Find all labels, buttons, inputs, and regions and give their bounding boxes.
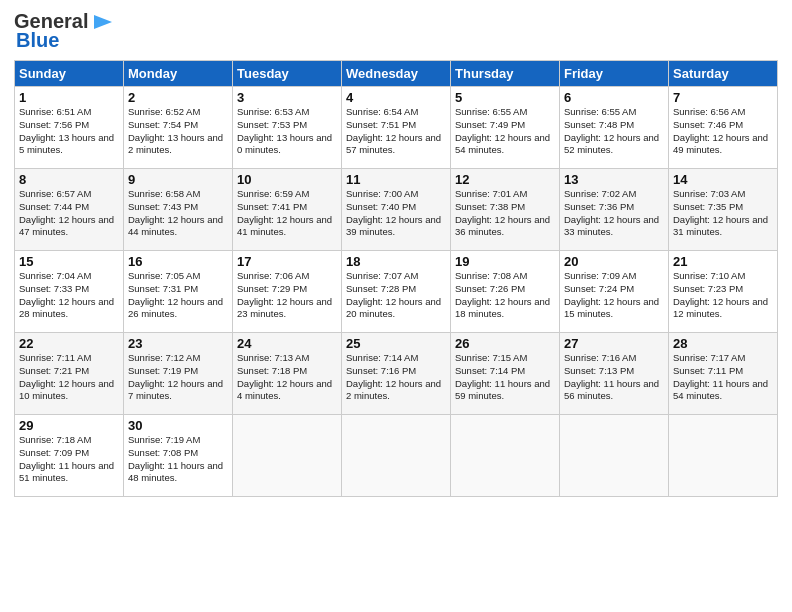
- day-detail: Sunrise: 6:53 AMSunset: 7:53 PMDaylight:…: [237, 106, 337, 157]
- day-detail: Sunrise: 7:10 AMSunset: 7:23 PMDaylight:…: [673, 270, 773, 321]
- calendar-cell: 8Sunrise: 6:57 AMSunset: 7:44 PMDaylight…: [15, 169, 124, 251]
- calendar-cell: 29Sunrise: 7:18 AMSunset: 7:09 PMDayligh…: [15, 415, 124, 497]
- calendar-cell: 23Sunrise: 7:12 AMSunset: 7:19 PMDayligh…: [124, 333, 233, 415]
- calendar-cell: 11Sunrise: 7:00 AMSunset: 7:40 PMDayligh…: [342, 169, 451, 251]
- day-number: 15: [19, 254, 119, 269]
- day-detail: Sunrise: 6:52 AMSunset: 7:54 PMDaylight:…: [128, 106, 228, 157]
- calendar-cell: 10Sunrise: 6:59 AMSunset: 7:41 PMDayligh…: [233, 169, 342, 251]
- calendar-cell: [342, 415, 451, 497]
- day-number: 17: [237, 254, 337, 269]
- calendar-cell: 22Sunrise: 7:11 AMSunset: 7:21 PMDayligh…: [15, 333, 124, 415]
- day-number: 4: [346, 90, 446, 105]
- page-container: General Blue SundayMondayTuesdayWednesda…: [0, 0, 792, 505]
- calendar-cell: 18Sunrise: 7:07 AMSunset: 7:28 PMDayligh…: [342, 251, 451, 333]
- calendar-cell: 20Sunrise: 7:09 AMSunset: 7:24 PMDayligh…: [560, 251, 669, 333]
- calendar-cell: [233, 415, 342, 497]
- day-detail: Sunrise: 6:55 AMSunset: 7:48 PMDaylight:…: [564, 106, 664, 157]
- day-detail: Sunrise: 7:19 AMSunset: 7:08 PMDaylight:…: [128, 434, 228, 485]
- header: General Blue: [14, 10, 778, 52]
- calendar-cell: 30Sunrise: 7:19 AMSunset: 7:08 PMDayligh…: [124, 415, 233, 497]
- calendar-cell: [669, 415, 778, 497]
- day-detail: Sunrise: 7:07 AMSunset: 7:28 PMDaylight:…: [346, 270, 446, 321]
- calendar-cell: 27Sunrise: 7:16 AMSunset: 7:13 PMDayligh…: [560, 333, 669, 415]
- day-number: 12: [455, 172, 555, 187]
- calendar-cell: 17Sunrise: 7:06 AMSunset: 7:29 PMDayligh…: [233, 251, 342, 333]
- day-detail: Sunrise: 7:01 AMSunset: 7:38 PMDaylight:…: [455, 188, 555, 239]
- calendar-cell: 16Sunrise: 7:05 AMSunset: 7:31 PMDayligh…: [124, 251, 233, 333]
- day-detail: Sunrise: 6:55 AMSunset: 7:49 PMDaylight:…: [455, 106, 555, 157]
- day-detail: Sunrise: 7:08 AMSunset: 7:26 PMDaylight:…: [455, 270, 555, 321]
- weekday-header-row: SundayMondayTuesdayWednesdayThursdayFrid…: [15, 61, 778, 87]
- calendar-cell: 2Sunrise: 6:52 AMSunset: 7:54 PMDaylight…: [124, 87, 233, 169]
- day-number: 3: [237, 90, 337, 105]
- weekday-header-thursday: Thursday: [451, 61, 560, 87]
- logo-blue: Blue: [16, 29, 59, 52]
- calendar-cell: 26Sunrise: 7:15 AMSunset: 7:14 PMDayligh…: [451, 333, 560, 415]
- day-detail: Sunrise: 7:14 AMSunset: 7:16 PMDaylight:…: [346, 352, 446, 403]
- day-number: 30: [128, 418, 228, 433]
- calendar-cell: 9Sunrise: 6:58 AMSunset: 7:43 PMDaylight…: [124, 169, 233, 251]
- calendar-cell: 7Sunrise: 6:56 AMSunset: 7:46 PMDaylight…: [669, 87, 778, 169]
- day-number: 10: [237, 172, 337, 187]
- day-number: 18: [346, 254, 446, 269]
- day-detail: Sunrise: 7:16 AMSunset: 7:13 PMDaylight:…: [564, 352, 664, 403]
- calendar-cell: 12Sunrise: 7:01 AMSunset: 7:38 PMDayligh…: [451, 169, 560, 251]
- calendar-cell: 6Sunrise: 6:55 AMSunset: 7:48 PMDaylight…: [560, 87, 669, 169]
- day-number: 23: [128, 336, 228, 351]
- day-detail: Sunrise: 6:56 AMSunset: 7:46 PMDaylight:…: [673, 106, 773, 157]
- calendar-cell: 5Sunrise: 6:55 AMSunset: 7:49 PMDaylight…: [451, 87, 560, 169]
- day-number: 29: [19, 418, 119, 433]
- calendar-cell: 21Sunrise: 7:10 AMSunset: 7:23 PMDayligh…: [669, 251, 778, 333]
- day-detail: Sunrise: 6:58 AMSunset: 7:43 PMDaylight:…: [128, 188, 228, 239]
- weekday-header-wednesday: Wednesday: [342, 61, 451, 87]
- logo-arrow-icon: [92, 13, 114, 31]
- day-detail: Sunrise: 6:57 AMSunset: 7:44 PMDaylight:…: [19, 188, 119, 239]
- calendar-week-5: 29Sunrise: 7:18 AMSunset: 7:09 PMDayligh…: [15, 415, 778, 497]
- calendar-cell: 13Sunrise: 7:02 AMSunset: 7:36 PMDayligh…: [560, 169, 669, 251]
- day-detail: Sunrise: 7:18 AMSunset: 7:09 PMDaylight:…: [19, 434, 119, 485]
- calendar-week-2: 8Sunrise: 6:57 AMSunset: 7:44 PMDaylight…: [15, 169, 778, 251]
- day-number: 1: [19, 90, 119, 105]
- day-number: 24: [237, 336, 337, 351]
- day-detail: Sunrise: 7:03 AMSunset: 7:35 PMDaylight:…: [673, 188, 773, 239]
- calendar-cell: 3Sunrise: 6:53 AMSunset: 7:53 PMDaylight…: [233, 87, 342, 169]
- calendar-body: 1Sunrise: 6:51 AMSunset: 7:56 PMDaylight…: [15, 87, 778, 497]
- day-number: 25: [346, 336, 446, 351]
- day-detail: Sunrise: 7:15 AMSunset: 7:14 PMDaylight:…: [455, 352, 555, 403]
- day-detail: Sunrise: 7:17 AMSunset: 7:11 PMDaylight:…: [673, 352, 773, 403]
- calendar-cell: 24Sunrise: 7:13 AMSunset: 7:18 PMDayligh…: [233, 333, 342, 415]
- day-detail: Sunrise: 7:02 AMSunset: 7:36 PMDaylight:…: [564, 188, 664, 239]
- day-number: 9: [128, 172, 228, 187]
- calendar-table: SundayMondayTuesdayWednesdayThursdayFrid…: [14, 60, 778, 497]
- weekday-header-sunday: Sunday: [15, 61, 124, 87]
- calendar-week-4: 22Sunrise: 7:11 AMSunset: 7:21 PMDayligh…: [15, 333, 778, 415]
- day-detail: Sunrise: 7:09 AMSunset: 7:24 PMDaylight:…: [564, 270, 664, 321]
- day-detail: Sunrise: 7:13 AMSunset: 7:18 PMDaylight:…: [237, 352, 337, 403]
- day-number: 28: [673, 336, 773, 351]
- day-detail: Sunrise: 7:05 AMSunset: 7:31 PMDaylight:…: [128, 270, 228, 321]
- calendar-cell: 4Sunrise: 6:54 AMSunset: 7:51 PMDaylight…: [342, 87, 451, 169]
- calendar-cell: [560, 415, 669, 497]
- weekday-header-tuesday: Tuesday: [233, 61, 342, 87]
- day-number: 5: [455, 90, 555, 105]
- calendar-cell: 15Sunrise: 7:04 AMSunset: 7:33 PMDayligh…: [15, 251, 124, 333]
- calendar-cell: 19Sunrise: 7:08 AMSunset: 7:26 PMDayligh…: [451, 251, 560, 333]
- calendar-cell: 28Sunrise: 7:17 AMSunset: 7:11 PMDayligh…: [669, 333, 778, 415]
- day-number: 26: [455, 336, 555, 351]
- day-detail: Sunrise: 7:00 AMSunset: 7:40 PMDaylight:…: [346, 188, 446, 239]
- day-number: 8: [19, 172, 119, 187]
- day-detail: Sunrise: 7:06 AMSunset: 7:29 PMDaylight:…: [237, 270, 337, 321]
- day-number: 13: [564, 172, 664, 187]
- weekday-header-friday: Friday: [560, 61, 669, 87]
- day-number: 19: [455, 254, 555, 269]
- day-number: 6: [564, 90, 664, 105]
- calendar-header: SundayMondayTuesdayWednesdayThursdayFrid…: [15, 61, 778, 87]
- day-number: 2: [128, 90, 228, 105]
- day-detail: Sunrise: 6:54 AMSunset: 7:51 PMDaylight:…: [346, 106, 446, 157]
- calendar-cell: 1Sunrise: 6:51 AMSunset: 7:56 PMDaylight…: [15, 87, 124, 169]
- calendar-week-1: 1Sunrise: 6:51 AMSunset: 7:56 PMDaylight…: [15, 87, 778, 169]
- calendar-cell: [451, 415, 560, 497]
- day-number: 14: [673, 172, 773, 187]
- day-detail: Sunrise: 6:59 AMSunset: 7:41 PMDaylight:…: [237, 188, 337, 239]
- day-number: 7: [673, 90, 773, 105]
